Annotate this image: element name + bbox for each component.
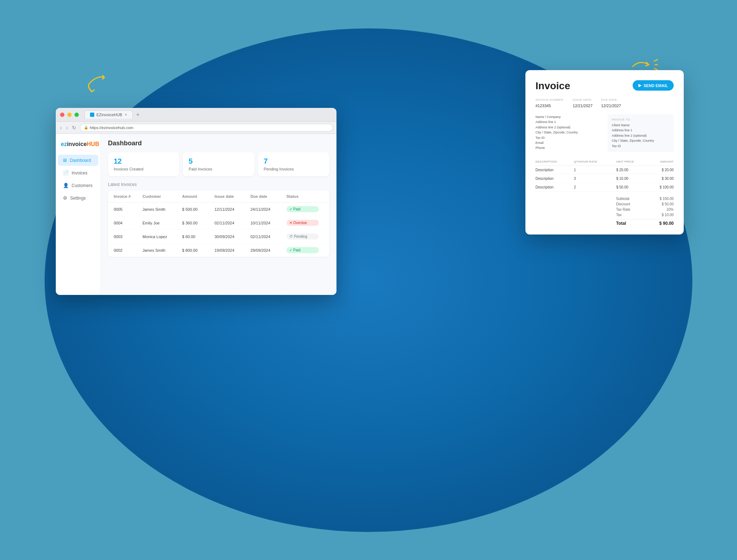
item-row: Description 2 $ 50.00 $ 100.00: [535, 183, 674, 191]
tab-favicon: [90, 113, 94, 117]
table-row[interactable]: 0003 Monica Lopez $ 60.00 30/09/2024 02/…: [108, 230, 329, 243]
refresh-button[interactable]: ↻: [71, 125, 77, 131]
stat-label-paid-invoices: Paid Invoices: [189, 167, 248, 171]
customer-name: James Smith: [143, 248, 182, 252]
items-table: DESCRIPTION QT/HOUR RATE UNIT PRICE AMOU…: [535, 158, 674, 192]
stat-card-pending-invoices: 7 Pending Invoices: [258, 152, 329, 176]
from-line-5: Tax ID: [535, 135, 602, 140]
from-line-2: Address line 1: [535, 119, 602, 124]
invoice-number: 0002: [114, 248, 143, 252]
sidebar-item-customers[interactable]: 👤 Customers: [58, 180, 98, 191]
item-amount: $ 30.00: [648, 174, 674, 183]
sidebar-item-dashboard[interactable]: ⊞ Dashboard: [58, 155, 98, 166]
total-discount: Discount $ 50.00: [616, 201, 674, 207]
browser-titlebar: EZinvoiceHUB ✕ +: [56, 108, 336, 122]
invoice-to-label: INVOICE TO:: [612, 118, 669, 121]
item-description: Description: [535, 174, 574, 183]
stats-row: 12 Invoices Created 5 Paid Invoices 7 Pe…: [108, 152, 329, 176]
forward-button[interactable]: ›: [65, 125, 69, 131]
status-badge: ✓ Paid: [286, 206, 319, 212]
invoice-number: 0004: [114, 221, 143, 225]
from-address: Name / Company Address line 1 Address li…: [535, 114, 602, 152]
tax-label: Tax: [616, 213, 622, 217]
lock-icon: 🔒: [84, 126, 88, 129]
logo-hub: HUB: [87, 141, 99, 147]
invoice-number-label: INVOICE NUMBER:: [535, 98, 564, 101]
invoices-table: Invoice # Customer Amount Issue date Due…: [108, 191, 329, 257]
active-tab[interactable]: EZinvoiceHUB ✕: [85, 110, 133, 119]
maximize-dot[interactable]: [74, 113, 79, 117]
item-description: Description: [535, 183, 574, 191]
sidebar-item-invoices[interactable]: 📄 Invoices: [58, 167, 98, 178]
item-row: Description 3 $ 10.00 $ 30.00: [535, 174, 674, 183]
settings-icon: ⚙: [63, 195, 67, 201]
url-bar[interactable]: 🔒 https://ezinvoicehub.com: [80, 124, 333, 132]
item-amount: $ 20.00: [648, 165, 674, 174]
invoice-panel-title: Invoice: [535, 80, 570, 92]
col-due-date: Due date: [250, 194, 286, 199]
sidebar-label-dashboard: Dashboard: [70, 158, 91, 163]
close-dot[interactable]: [60, 113, 64, 117]
table-row[interactable]: 0002 James Smith $ 800.00 19/09/2024 29/…: [108, 243, 329, 257]
customer-name: James Smith: [143, 207, 182, 211]
table-row[interactable]: 0005 James Smith $ 500.00 12/11/2024 24/…: [108, 202, 329, 216]
due-date: 10/11/2024: [250, 221, 286, 225]
latest-invoices-label: Latest Invoices: [108, 182, 329, 187]
meta-issue-date: ISSUE DATE: 12/21/2027: [573, 98, 593, 109]
main-content: Dashboard 12 Invoices Created 5 Paid Inv…: [101, 134, 336, 295]
col-qty: QT/HOUR RATE: [574, 158, 616, 166]
invoice-panel: Invoice ▶ SEND EMAIL INVOICE NUMBER: #12…: [525, 70, 684, 235]
item-qty: 1: [574, 165, 616, 174]
tax-rate-label: Tax Rate: [616, 208, 630, 211]
send-email-label: SEND EMAIL: [643, 83, 668, 88]
new-tab-button[interactable]: +: [134, 111, 142, 119]
to-line-1: Client Name: [612, 123, 669, 128]
sidebar-label-settings: Settings: [70, 196, 86, 201]
svg-line-0: [654, 59, 658, 61]
sidebar-label-invoices: Invoices: [72, 170, 87, 176]
subtotal-value: $ 150.00: [660, 197, 674, 201]
back-button[interactable]: ‹: [59, 125, 63, 131]
item-unit-price: $ 20.00: [616, 165, 648, 174]
total-tax-rate: Tax Rate 10%: [616, 207, 674, 212]
browser-navbar: ‹ › ↻ 🔒 https://ezinvoicehub.com: [56, 122, 336, 134]
minimize-dot[interactable]: [67, 113, 72, 117]
invoice-meta: INVOICE NUMBER: #123345 ISSUE DATE: 12/2…: [535, 98, 674, 109]
sidebar: ezinvoiceHUB ⊞ Dashboard 📄 Invoices 👤 Cu…: [56, 134, 101, 295]
tab-close-icon[interactable]: ✕: [125, 113, 127, 117]
col-unit-price: UNIT PRICE: [616, 158, 648, 166]
decorative-arrow-left: [83, 72, 112, 101]
tax-rate-value: 10%: [666, 208, 674, 211]
from-line-1: Name / Company: [535, 114, 602, 119]
stat-card-paid-invoices: 5 Paid Invoices: [183, 152, 254, 176]
table-row[interactable]: 0004 Emily Joe $ 360.00 02/11/2024 10/11…: [108, 216, 329, 230]
issue-date: 12/11/2024: [214, 207, 250, 211]
sidebar-item-settings[interactable]: ⚙ Settings: [58, 192, 98, 204]
from-line-3: Address line 2 (optional): [535, 125, 602, 130]
stat-card-invoices-created: 12 Invoices Created: [108, 152, 179, 176]
status-badge: ✕ Overdue: [286, 220, 319, 226]
due-date: 24/11/2024: [250, 207, 286, 211]
stat-label-pending-invoices: Pending Invoices: [264, 167, 324, 171]
due-date-value: 12/21/2027: [601, 104, 621, 108]
sidebar-label-customers: Customers: [72, 183, 92, 188]
col-description: DESCRIPTION: [535, 158, 574, 166]
customers-icon: 👤: [63, 183, 69, 188]
tab-title: EZinvoiceHUB: [96, 113, 122, 117]
send-icon: ▶: [638, 83, 641, 88]
item-amount: $ 100.00: [648, 183, 674, 191]
from-line-4: City / State, Zipcode, Country: [535, 130, 602, 135]
invoice-panel-header: Invoice ▶ SEND EMAIL: [535, 80, 674, 92]
from-line-6: Email: [535, 140, 602, 145]
amount: $ 500.00: [182, 207, 214, 211]
stat-number-invoices-created: 12: [114, 157, 173, 165]
page-title: Dashboard: [108, 140, 329, 147]
to-address-block: INVOICE TO: Client Name Address line 1 A…: [607, 114, 674, 152]
invoice-number-value: #123345: [535, 104, 551, 108]
total-subtotal: Subtotal $ 150.00: [616, 196, 674, 201]
invoice-number: 0005: [114, 207, 143, 211]
stat-label-invoices-created: Invoices Created: [114, 167, 173, 171]
due-date: 02/11/2024: [250, 235, 286, 239]
logo-ez: ez: [61, 141, 67, 147]
send-email-button[interactable]: ▶ SEND EMAIL: [633, 80, 674, 91]
